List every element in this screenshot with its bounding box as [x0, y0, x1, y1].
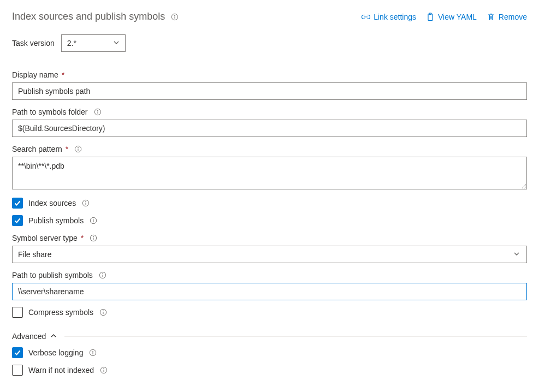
info-icon[interactable]: [170, 13, 179, 21]
svg-point-21: [102, 274, 103, 274]
publish-symbols-checkbox[interactable]: [12, 215, 23, 226]
warn-not-indexed-checkbox[interactable]: [12, 365, 23, 376]
symbols-folder-input[interactable]: [12, 120, 527, 137]
publish-path-label-row: Path to publish symbols: [12, 271, 527, 280]
svg-point-27: [93, 351, 93, 352]
svg-point-9: [78, 147, 79, 148]
svg-rect-3: [428, 14, 433, 20]
section-divider: [64, 336, 527, 337]
search-pattern-label: Search pattern *: [12, 145, 68, 153]
svg-point-12: [86, 201, 86, 202]
symbol-server-type-select[interactable]: File share: [12, 246, 527, 263]
index-sources-row: Index sources: [12, 198, 527, 209]
task-version-row: Task version 2.*: [12, 34, 527, 52]
svg-point-30: [104, 369, 104, 369]
required-marker: *: [63, 145, 68, 153]
svg-point-24: [103, 311, 104, 311]
link-icon: [362, 13, 370, 21]
info-icon[interactable]: [93, 108, 102, 116]
warn-not-indexed-label: Warn if not indexed: [28, 366, 94, 375]
advanced-section-toggle[interactable]: Advanced: [12, 332, 527, 341]
index-sources-checkbox[interactable]: [12, 198, 23, 209]
advanced-title: Advanced: [12, 332, 46, 341]
warn-not-indexed-row: Warn if not indexed: [12, 365, 527, 376]
info-icon[interactable]: [74, 145, 82, 153]
index-sources-label: Index sources: [28, 199, 76, 207]
title-wrap: Index sources and publish symbols: [12, 11, 179, 22]
view-yaml-button[interactable]: View YAML: [426, 13, 477, 21]
svg-point-6: [97, 110, 98, 111]
symbol-server-type-label-row: Symbol server type *: [12, 234, 527, 242]
verbose-logging-row: Verbose logging: [12, 347, 527, 358]
svg-point-15: [93, 219, 94, 219]
info-icon[interactable]: [99, 366, 108, 375]
task-header: Index sources and publish symbols Link s…: [12, 11, 527, 22]
chevron-down-icon: [513, 250, 520, 259]
task-version-label: Task version: [12, 39, 55, 47]
info-icon[interactable]: [89, 234, 98, 242]
info-icon[interactable]: [99, 308, 108, 317]
view-yaml-label: View YAML: [438, 13, 477, 21]
required-marker: *: [60, 70, 64, 79]
trash-icon: [487, 13, 495, 21]
search-pattern-label-row: Search pattern *: [12, 145, 527, 153]
display-name-label-row: Display name *: [12, 70, 527, 79]
symbols-folder-label: Path to symbols folder: [12, 108, 88, 116]
task-version-select[interactable]: 2.*: [61, 34, 126, 52]
compress-symbols-row: Compress symbols: [12, 307, 527, 318]
publish-symbols-label: Publish symbols: [28, 216, 84, 225]
info-icon[interactable]: [98, 271, 107, 280]
svg-point-18: [93, 236, 94, 237]
link-settings-label: Link settings: [374, 13, 416, 21]
display-name-input[interactable]: [12, 82, 527, 100]
info-icon[interactable]: [88, 348, 97, 357]
symbol-server-type-value: File share: [18, 250, 51, 259]
symbol-server-type-label: Symbol server type *: [12, 234, 84, 242]
required-marker: *: [79, 234, 84, 242]
publish-path-label: Path to publish symbols: [12, 271, 93, 280]
chevron-down-icon: [113, 39, 120, 47]
compress-symbols-checkbox[interactable]: [12, 307, 23, 318]
info-icon[interactable]: [89, 216, 98, 225]
task-version-value: 2.*: [67, 39, 76, 47]
display-name-label: Display name *: [12, 70, 64, 79]
chevron-up-icon: [50, 332, 57, 341]
clipboard-icon: [426, 13, 435, 21]
svg-point-1: [175, 15, 175, 15]
remove-label: Remove: [499, 13, 527, 21]
publish-path-input[interactable]: [12, 283, 527, 300]
compress-symbols-label: Compress symbols: [28, 308, 93, 317]
task-title: Index sources and publish symbols: [12, 11, 165, 22]
symbols-folder-label-row: Path to symbols folder: [12, 108, 527, 116]
search-pattern-input[interactable]: **\bin\**\*.pdb: [12, 157, 527, 189]
info-icon[interactable]: [81, 199, 90, 207]
remove-button[interactable]: Remove: [487, 13, 527, 21]
verbose-logging-label: Verbose logging: [28, 348, 83, 357]
verbose-logging-checkbox[interactable]: [12, 347, 23, 358]
header-actions: Link settings View YAML Remove: [362, 13, 527, 21]
link-settings-button[interactable]: Link settings: [362, 13, 416, 21]
publish-symbols-row: Publish symbols: [12, 215, 527, 226]
